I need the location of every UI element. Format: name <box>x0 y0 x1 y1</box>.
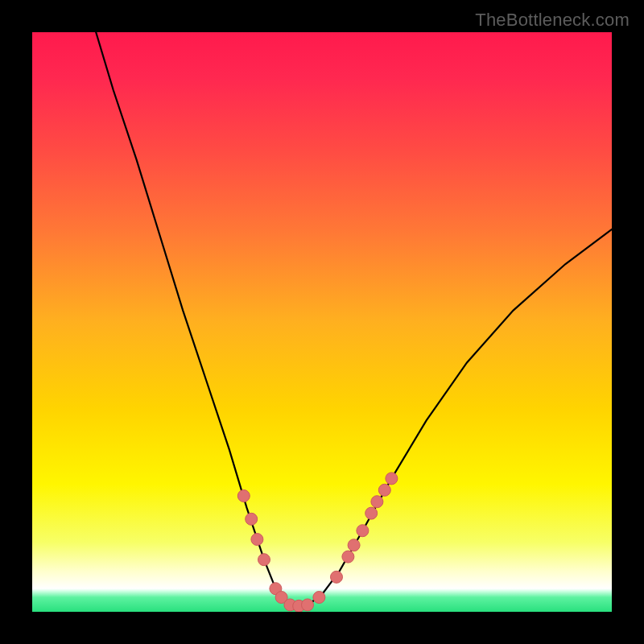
data-marker <box>357 525 369 537</box>
bottleneck-chart <box>32 32 612 612</box>
data-marker <box>237 490 250 502</box>
plot-area <box>32 32 612 612</box>
data-marker <box>386 473 398 485</box>
data-marker <box>348 539 360 551</box>
data-marker <box>302 599 314 611</box>
data-marker <box>378 484 390 496</box>
data-marker <box>313 592 325 604</box>
data-marker <box>371 496 383 508</box>
data-marker <box>365 507 378 519</box>
data-marker <box>331 571 343 583</box>
data-marker <box>258 554 270 566</box>
data-marker <box>342 551 354 563</box>
outer-frame: TheBottleneck.com <box>0 0 644 644</box>
watermark-text: TheBottleneck.com <box>475 10 630 31</box>
data-marker <box>251 534 263 546</box>
data-marker <box>246 513 258 525</box>
gradient-background <box>32 32 612 612</box>
